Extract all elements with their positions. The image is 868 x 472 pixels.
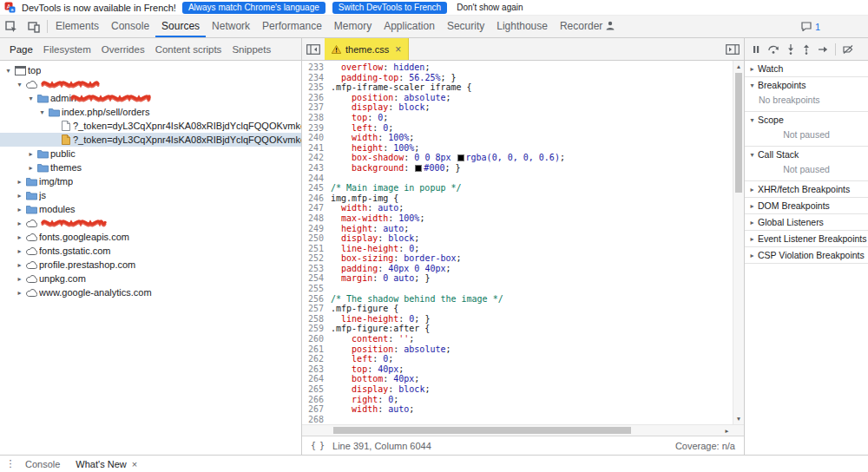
line-number[interactable]: 252 [302, 253, 331, 264]
navigator-tab-overrides[interactable]: Overrides [96, 38, 150, 60]
chevron-right-icon[interactable]: ▸ [15, 178, 24, 186]
pause-icon[interactable] [752, 45, 760, 54]
navigator-tab-page[interactable]: Page [4, 38, 38, 60]
device-toolbar-icon[interactable] [23, 16, 45, 37]
line-number[interactable]: 237 [302, 102, 331, 113]
tree-item-fonts-gstatic-com[interactable]: ▸fonts.gstatic.com [0, 244, 301, 258]
line-number[interactable]: 236 [302, 93, 331, 103]
line-number[interactable]: 266 [302, 395, 331, 405]
line-number[interactable]: 250 [302, 233, 331, 244]
tab-memory[interactable]: Memory [328, 16, 378, 37]
line-number[interactable]: 254 [302, 273, 331, 284]
chevron-down-icon[interactable]: ▾ [37, 108, 47, 116]
tab-recorder[interactable]: Recorder [554, 16, 621, 37]
line-number[interactable]: 238 [302, 113, 331, 123]
section-header-xhr-fetch-breakpoints[interactable]: ▸XHR/fetch Breakpoints [745, 181, 868, 197]
tree-item-unpkg-com[interactable]: ▸unpkg.com [0, 272, 301, 285]
tree-item-www-google-analytics-com[interactable]: ▸www.google-analytics.com [0, 285, 301, 299]
line-number[interactable]: 245 [302, 183, 331, 193]
chevron-right-icon[interactable]: ▸ [15, 247, 24, 255]
tree-item-admin[interactable]: ▾admin [0, 91, 301, 105]
line-number[interactable]: 265 [302, 384, 331, 395]
section-header-scope[interactable]: ▾Scope [745, 112, 868, 128]
line-number[interactable]: 243 [302, 163, 331, 174]
show-debugger-icon[interactable] [721, 38, 744, 60]
line-number[interactable]: 240 [302, 133, 331, 143]
drawer-tab-what-s-new[interactable]: What's New× [68, 456, 145, 472]
line-number[interactable]: 239 [302, 123, 331, 134]
chevron-right-icon[interactable]: ▸ [15, 220, 24, 227]
chevron-right-icon[interactable]: ▸ [15, 275, 24, 283]
section-header-global-listeners[interactable]: ▸Global Listeners [745, 214, 868, 230]
navigator-tab-snippets[interactable]: Snippets [227, 38, 276, 60]
tab-sources[interactable]: Sources [155, 16, 206, 37]
line-number[interactable]: 262 [302, 354, 331, 364]
section-header-call-stack[interactable]: ▾Call Stack [745, 147, 868, 162]
tab-elements[interactable]: Elements [49, 16, 105, 37]
tree-item-redacted[interactable]: ▾ [0, 77, 301, 91]
line-number[interactable]: 259 [302, 324, 331, 334]
notification-action-button[interactable]: Always match Chrome's language [182, 2, 326, 14]
line-number[interactable]: 248 [302, 213, 331, 224]
chevron-down-icon[interactable]: ▾ [26, 95, 36, 102]
inspect-icon[interactable] [0, 16, 23, 37]
tab-network[interactable]: Network [206, 16, 256, 37]
line-number[interactable]: 244 [302, 174, 331, 184]
step-icon[interactable] [818, 45, 828, 54]
step-out-icon[interactable] [802, 44, 811, 55]
line-number[interactable]: 246 [302, 193, 331, 204]
section-header-event-listener-breakpoints[interactable]: ▸Event Listener Breakpoints [745, 231, 868, 246]
line-number[interactable]: 255 [302, 284, 331, 294]
tab-console[interactable]: Console [105, 16, 155, 37]
format-icon[interactable]: { } [311, 441, 324, 450]
close-icon[interactable]: × [132, 459, 137, 469]
line-number[interactable]: 242 [302, 153, 331, 163]
line-number[interactable]: 233 [302, 62, 331, 73]
line-number[interactable]: 253 [302, 264, 331, 274]
tree-item-fonts-googleapis-com[interactable]: ▸fonts.googleapis.com [0, 230, 301, 244]
close-tab-icon[interactable]: × [395, 43, 401, 56]
line-number[interactable]: 267 [302, 404, 331, 415]
horizontal-scroll-thumb[interactable] [333, 427, 631, 434]
chevron-right-icon[interactable]: ▸ [15, 289, 24, 297]
section-header-csp-violation-breakpoints[interactable]: ▸CSP Violation Breakpoints [745, 247, 868, 263]
section-header-breakpoints[interactable]: ▾Breakpoints [745, 77, 868, 93]
tree-item-token-dyl3cqxpnr4iska08xribjdyclqfqqokvmkeqh6ypo8[interactable]: ?_token=dyL3CqXpnr4IsKA08xRIBjdYclqFQQOK… [0, 133, 301, 147]
navigator-tab-content-scripts[interactable]: Content scripts [150, 38, 227, 60]
line-number[interactable]: 241 [302, 143, 331, 154]
line-number[interactable]: 235 [302, 82, 331, 93]
tab-performance[interactable]: Performance [256, 16, 328, 37]
deactivate-breakpoints-icon[interactable] [843, 45, 853, 54]
section-header-watch[interactable]: ▸Watch [745, 61, 868, 76]
tree-item-top[interactable]: ▾top [0, 63, 301, 77]
chevron-right-icon[interactable]: ▸ [15, 192, 24, 200]
editor-horizontal-scrollbar[interactable]: ► [302, 424, 744, 436]
line-number[interactable]: 234 [302, 73, 331, 83]
editor-tab-theme-css[interactable]: theme.css × [325, 38, 409, 60]
line-number[interactable]: 257 [302, 304, 331, 314]
line-number[interactable]: 260 [302, 334, 331, 344]
vertical-scroll-thumb[interactable] [735, 73, 742, 193]
chevron-down-icon[interactable]: ▾ [3, 67, 13, 75]
source-code[interactable]: 233 overflow: hidden;234 padding-top: 56… [302, 62, 733, 424]
line-number[interactable]: 263 [302, 364, 331, 375]
line-number[interactable]: 247 [302, 203, 331, 213]
line-number[interactable]: 261 [302, 344, 331, 355]
chevron-right-icon[interactable]: ▸ [15, 233, 24, 241]
tree-item-profile-prestashop-com[interactable]: ▸profile.prestashop.com [0, 258, 301, 272]
notification-action-button[interactable]: Switch DevTools to French [332, 2, 447, 14]
line-number[interactable]: 251 [302, 244, 331, 254]
tree-item-index-php-sell-orders[interactable]: ▾index.php/sell/orders [0, 105, 301, 119]
line-number[interactable]: 258 [302, 314, 331, 324]
line-number[interactable]: 256 [302, 294, 331, 305]
kebab-menu-icon[interactable]: ⋮ [3, 458, 17, 469]
tree-item-public[interactable]: ▸public [0, 147, 301, 161]
tab-security[interactable]: Security [441, 16, 490, 37]
drawer-tab-console[interactable]: Console [17, 456, 68, 472]
navigator-tab-filesystem[interactable]: Filesystem [38, 38, 96, 60]
chevron-right-icon[interactable]: ▸ [26, 164, 36, 172]
console-message-indicator[interactable]: 1 [796, 16, 868, 37]
chevron-down-icon[interactable]: ▾ [15, 81, 24, 88]
tree-item-modules[interactable]: ▸modules [0, 202, 301, 216]
chevron-right-icon[interactable]: ▸ [26, 150, 36, 158]
